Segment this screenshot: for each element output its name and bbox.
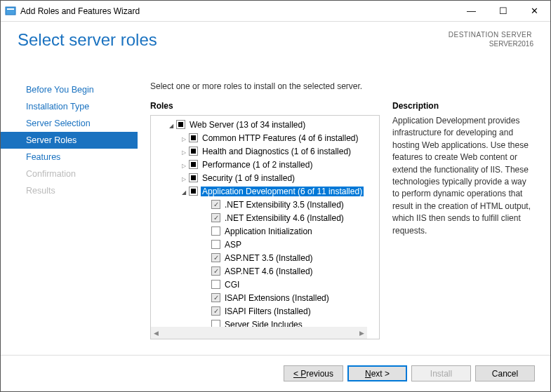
sidebar-step-0[interactable]: Before You Begin	[1, 81, 138, 98]
cancel-button[interactable]: Cancel	[475, 365, 535, 381]
instruction-text: Select one or more roles to install on t…	[150, 81, 533, 91]
sidebar-step-5: Confirmation	[1, 165, 138, 182]
tree-node-label[interactable]: .NET Extensibility 4.6 (Installed)	[223, 213, 345, 223]
titlebar: Add Roles and Features Wizard — ☐ ✕	[1, 1, 550, 22]
checkbox[interactable]	[176, 120, 185, 129]
tree-node[interactable]: ASP.NET 3.5 (Installed)	[151, 251, 379, 264]
install-button: Install	[411, 365, 471, 381]
description-column: Description Application Development prov…	[392, 101, 533, 355]
expander-icon[interactable]	[166, 120, 176, 130]
close-button[interactable]: ✕	[519, 1, 550, 21]
tree-node-label[interactable]: Security (1 of 9 installed)	[201, 173, 296, 183]
sidebar-step-2[interactable]: Server Selection	[1, 115, 138, 132]
tree-node-label[interactable]: ASP	[223, 240, 243, 250]
checkbox[interactable]	[211, 200, 220, 209]
tree-node-label[interactable]: CGI	[223, 280, 241, 290]
tree-node[interactable]: CGI	[151, 278, 379, 291]
checkbox[interactable]	[189, 160, 198, 169]
tree-node[interactable]: ASP	[151, 238, 379, 251]
checkbox[interactable]	[211, 306, 220, 316]
tree-node-label[interactable]: ASP.NET 4.6 (Installed)	[223, 266, 314, 276]
horizontal-scrollbar[interactable]: ◀▶	[151, 327, 367, 339]
sidebar-step-6: Results	[1, 182, 138, 199]
tree-node[interactable]: ASP.NET 4.6 (Installed)	[151, 264, 379, 278]
sidebar-step-1[interactable]: Installation Type	[1, 98, 138, 115]
checkbox[interactable]	[211, 266, 220, 276]
minimize-button[interactable]: —	[456, 1, 487, 21]
checkbox[interactable]	[211, 240, 220, 249]
checkbox[interactable]	[211, 253, 220, 262]
checkbox[interactable]	[211, 293, 220, 302]
tree-node[interactable]: .NET Extensibility 3.5 (Installed)	[151, 198, 379, 211]
maximize-button[interactable]: ☐	[487, 1, 519, 21]
tree-node[interactable]: Application Development (6 of 11 install…	[151, 184, 379, 198]
tree-node[interactable]: Security (1 of 9 installed)	[151, 171, 379, 184]
tree-node[interactable]: ISAPI Extensions (Installed)	[151, 291, 379, 304]
roles-heading: Roles	[150, 101, 380, 111]
checkbox[interactable]	[211, 280, 220, 289]
page-title: Select server roles	[18, 30, 157, 67]
tree-node[interactable]: ISAPI Filters (Installed)	[151, 304, 379, 318]
checkbox[interactable]	[189, 147, 198, 156]
tree-node[interactable]: Common HTTP Features (4 of 6 installed)	[151, 131, 379, 144]
checkbox[interactable]	[211, 227, 220, 236]
checkbox[interactable]	[189, 133, 198, 142]
checkbox[interactable]	[189, 173, 198, 182]
expander-icon[interactable]	[179, 133, 189, 143]
tree-node[interactable]: Performance (1 of 2 installed)	[151, 158, 379, 171]
tree-node-label[interactable]: Health and Diagnostics (1 of 6 installed…	[201, 147, 352, 156]
roles-tree-container: Web Server (13 of 34 installed)Common HT…	[150, 115, 380, 339]
tree-node-label[interactable]: .NET Extensibility 3.5 (Installed)	[223, 200, 345, 210]
expander-icon[interactable]	[179, 187, 189, 196]
expander-icon[interactable]	[179, 173, 189, 183]
tree-node-label[interactable]: ISAPI Filters (Installed)	[223, 306, 312, 316]
app-icon	[5, 6, 16, 17]
main: Select one or more roles to install on t…	[138, 67, 550, 355]
svg-rect-1	[7, 8, 14, 10]
tree-node-label[interactable]: Performance (1 of 2 installed)	[201, 160, 314, 170]
tree-node-label[interactable]: Application Initialization	[223, 227, 314, 236]
tree-node-label[interactable]: Common HTTP Features (4 of 6 installed)	[201, 133, 360, 143]
sidebar: Before You BeginInstallation TypeServer …	[1, 67, 138, 355]
body: Before You BeginInstallation TypeServer …	[1, 67, 550, 355]
destination-value: SERVER2016	[447, 39, 533, 48]
expander-icon[interactable]	[179, 160, 189, 170]
tree-node[interactable]: Web Server (13 of 34 installed)	[151, 118, 379, 131]
next-button[interactable]: Next >	[347, 365, 407, 381]
description-heading: Description	[392, 101, 533, 111]
sidebar-step-3[interactable]: Server Roles	[1, 132, 138, 149]
previous-button[interactable]: < Previous	[284, 365, 343, 381]
roles-column: Roles Web Server (13 of 34 installed)Com…	[150, 101, 380, 355]
destination-server: DESTINATION SERVER SERVER2016	[447, 30, 533, 67]
tree-node-label[interactable]: Web Server (13 of 34 installed)	[188, 120, 307, 130]
checkbox[interactable]	[189, 187, 198, 196]
tree-node-label[interactable]: Application Development (6 of 11 install…	[201, 187, 364, 196]
tree-node-label[interactable]: ISAPI Extensions (Installed)	[223, 293, 331, 303]
destination-label: DESTINATION SERVER	[447, 30, 533, 39]
header: Select server roles DESTINATION SERVER S…	[1, 22, 550, 67]
checkbox[interactable]	[211, 213, 220, 222]
sidebar-step-4[interactable]: Features	[1, 149, 138, 165]
svg-rect-0	[6, 7, 15, 15]
tree-node[interactable]: .NET Extensibility 4.6 (Installed)	[151, 211, 379, 224]
footer: < Previous Next > Install Cancel	[1, 355, 550, 391]
tree-node[interactable]: Health and Diagnostics (1 of 6 installed…	[151, 144, 379, 158]
expander-icon[interactable]	[179, 147, 189, 156]
tree-node[interactable]: Application Initialization	[151, 224, 379, 238]
window-title: Add Roles and Features Wizard	[20, 6, 456, 16]
roles-tree[interactable]: Web Server (13 of 34 installed)Common HT…	[151, 116, 379, 339]
description-text: Application Development provides infrast…	[392, 115, 533, 237]
tree-node-label[interactable]: ASP.NET 3.5 (Installed)	[223, 253, 314, 263]
